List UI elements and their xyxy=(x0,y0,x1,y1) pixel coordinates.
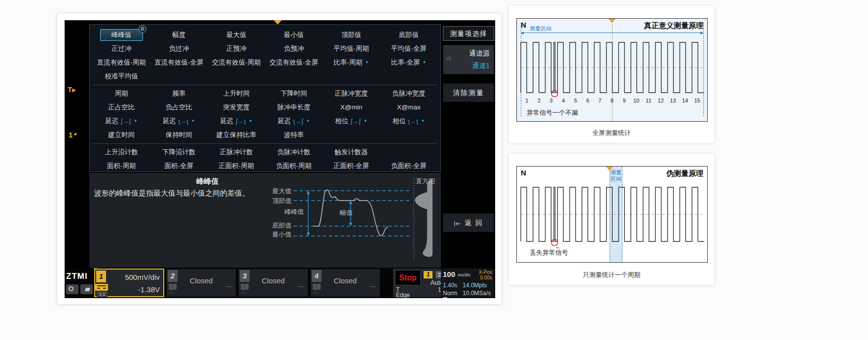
channel-source-button[interactable]: ◁ 通道源 通道1 xyxy=(443,45,494,74)
channel1-level-marker[interactable]: 1 xyxy=(69,131,78,139)
menu-item[interactable]: 面积-全屏 xyxy=(161,160,197,172)
menu-item[interactable]: 负脉冲宽度 xyxy=(389,88,429,100)
menu-item[interactable]: 上升沿计数 xyxy=(102,146,142,158)
touch-lock-icon[interactable] xyxy=(66,284,78,294)
menu-item[interactable]: 波特率 xyxy=(281,129,308,141)
menu-item-label: 平均值-全屏 xyxy=(391,45,427,52)
menu-row: 周期频率上升时间下降时间正脉冲宽度负脉冲宽度 xyxy=(93,87,437,101)
menu-item[interactable]: 相位ʅ→ʅ▼ xyxy=(389,115,428,127)
menu-item[interactable]: 正面积-周期 xyxy=(215,160,257,172)
menu-item-label: 周期 xyxy=(115,90,128,97)
menu-item[interactable]: 平均值-全屏 xyxy=(388,43,430,55)
trigger-level-marker[interactable]: T▶ xyxy=(68,85,76,94)
menu-item[interactable]: 脉冲串长度 xyxy=(274,102,314,113)
menu-row: 峰峰值B幅度最大值最小值顶部值底部值 xyxy=(93,28,437,42)
menu-item[interactable]: 底部值 xyxy=(396,29,423,41)
dropdown-arrow-icon: ▼ xyxy=(249,119,253,123)
menu-item[interactable]: 最大值 xyxy=(223,29,250,41)
menu-item[interactable]: 最小值 xyxy=(281,29,308,41)
principle-card-pseudo: N 伪测量原理 测量 区间 丢失异常信号 只测量统计一个周期 xyxy=(508,153,715,286)
back-button[interactable]: 返 回 xyxy=(443,213,494,232)
channel2-probe: -:- xyxy=(169,289,174,295)
soft-menu-header: 测量项选择 xyxy=(443,26,494,41)
menu-item[interactable]: 交流有效值-全屏 xyxy=(266,57,322,68)
menu-item[interactable]: 直流有效值-全屏 xyxy=(151,57,207,68)
menu-item[interactable]: 正脉冲计数 xyxy=(217,146,257,158)
channel1-scale: 500mV/div xyxy=(125,273,160,281)
detail-description: 波形的峰峰值是指最大值与最小值之间的差值。 xyxy=(94,189,267,198)
menu-item[interactable]: 正占空比 xyxy=(105,102,138,113)
card2-caption: 只测量统计一个周期 xyxy=(508,271,715,279)
menu-item[interactable]: 上升时间 xyxy=(219,88,253,100)
menu-item[interactable]: 触发计数器 xyxy=(331,146,372,158)
menu-item[interactable]: 频率 xyxy=(169,88,189,100)
menu-item[interactable]: 负过冲 xyxy=(166,43,193,55)
menu-item-label: 延迟 xyxy=(220,117,234,125)
channel1-marker-label: 1 xyxy=(69,131,72,139)
period-number: 9 xyxy=(618,98,630,103)
menu-item[interactable]: 比率-全屏▼ xyxy=(388,57,430,68)
menu-item[interactable]: 下降时间 xyxy=(277,88,311,100)
menu-item-label: 负面积-全屏 xyxy=(391,162,427,170)
menu-item[interactable]: 建立时间 xyxy=(105,129,138,141)
dropdown-arrow-icon: ▼ xyxy=(363,119,367,123)
clear-measure-button[interactable]: 清除测量 xyxy=(443,83,494,102)
gesture-icon[interactable] xyxy=(80,284,93,294)
menu-item[interactable]: 负占空比 xyxy=(162,102,196,113)
back-label: 返 回 xyxy=(465,219,483,227)
menu-item[interactable]: 负预冲 xyxy=(281,43,308,55)
menu-item[interactable]: X@min xyxy=(337,102,365,113)
menu-item[interactable]: 延迟ʃ→ʃ▼ xyxy=(102,115,141,127)
menu-item[interactable]: 校准平均值 xyxy=(102,70,142,82)
menu-item[interactable]: 延迟ʅ→ʃ▼ xyxy=(274,115,313,127)
source-value: 通道1 xyxy=(472,62,490,70)
card1-annotation: 异常信号一个不漏 xyxy=(527,108,578,117)
menu-item[interactable]: 平均值-周期 xyxy=(330,43,372,55)
menu-item[interactable]: 直流有效值-周期 xyxy=(94,57,149,68)
menu-item[interactable]: 幅度 xyxy=(169,29,189,41)
anomaly-circle xyxy=(551,239,558,246)
menu-item[interactable]: X@max xyxy=(394,102,424,113)
menu-item[interactable]: 负脉冲计数 xyxy=(274,146,314,158)
dropdown-arrow-icon: ▼ xyxy=(191,119,195,123)
channel1-probe-ratio: 1:1 xyxy=(97,291,108,297)
menu-row: 校准平均值 xyxy=(93,69,437,83)
menu-item[interactable]: 面积-周期 xyxy=(104,160,140,172)
menu-item[interactable]: 顶部值 xyxy=(338,29,365,41)
menu-item[interactable]: 建立保持比率 xyxy=(213,129,260,141)
channel3-state: Closed xyxy=(239,276,308,285)
channel2-box[interactable]: 2 Closed - -:- -- xyxy=(166,269,236,297)
period-number: 7 xyxy=(594,98,606,103)
menu-item[interactable]: 正面积-全屏 xyxy=(330,160,372,172)
menu-item[interactable]: 峰峰值B xyxy=(100,29,143,41)
diagram-box-2: N 伪测量原理 测量 区间 丢失异常信号 xyxy=(516,166,708,263)
menu-item[interactable]: 负面积-全屏 xyxy=(388,160,430,172)
menu-item[interactable]: 正脉冲宽度 xyxy=(331,88,372,100)
timebase-block[interactable]: 100 ms/div X-Pos 0.00s 1.40s 14.0Mpts No… xyxy=(441,269,494,297)
channel4-probe: -:- xyxy=(313,289,318,295)
menu-item[interactable]: 延迟ʅ→ʅ▼ xyxy=(159,115,198,127)
menu-item[interactable]: 比率-周期▼ xyxy=(330,57,372,68)
edge-selector-icon: ʃ→ʅ xyxy=(236,118,246,125)
page: T▶ 1 峰峰值B幅度最大值最小值顶部值底部值正过冲负过冲正预冲负预冲平均值-周… xyxy=(0,0,868,340)
menu-item[interactable]: 正过冲 xyxy=(108,43,135,55)
menu-item[interactable]: 正预冲 xyxy=(223,43,250,55)
menu-item[interactable]: 相位ʃ→ʃ▼ xyxy=(332,115,371,127)
channel1-box[interactable]: 1 500mV/div 1:1 -1.38V xyxy=(94,269,164,297)
menu-section: 周期频率上升时间下降时间正脉冲宽度负脉冲宽度正占空比负占空比突发宽度脉冲串长度X… xyxy=(93,85,437,142)
menu-item-label: 延迟 xyxy=(163,117,176,125)
menu-item[interactable]: 周期 xyxy=(111,88,132,100)
menu-item[interactable]: 延迟ʃ→ʅ▼ xyxy=(217,115,256,127)
menu-item[interactable]: 突发宽度 xyxy=(219,102,253,113)
b-badge: B xyxy=(139,25,146,33)
menu-item-label: 顶部值 xyxy=(341,31,362,38)
channel4-box[interactable]: 4 Closed - -:- -- xyxy=(310,269,380,297)
menu-item-label: 直流有效值-周期 xyxy=(97,59,146,66)
menu-item[interactable]: 交流有效值-周期 xyxy=(209,57,264,68)
menu-row: 正占空比负占空比突发宽度脉冲串长度X@minX@max xyxy=(93,101,437,114)
dropdown-arrow-icon: ▼ xyxy=(134,119,138,123)
channel3-box[interactable]: 3 Closed - -:- -- xyxy=(238,269,308,297)
menu-item[interactable]: 保持时间 xyxy=(162,129,196,141)
menu-item[interactable]: 负面积-周期 xyxy=(273,160,315,172)
menu-item[interactable]: 下降沿计数 xyxy=(159,146,199,158)
